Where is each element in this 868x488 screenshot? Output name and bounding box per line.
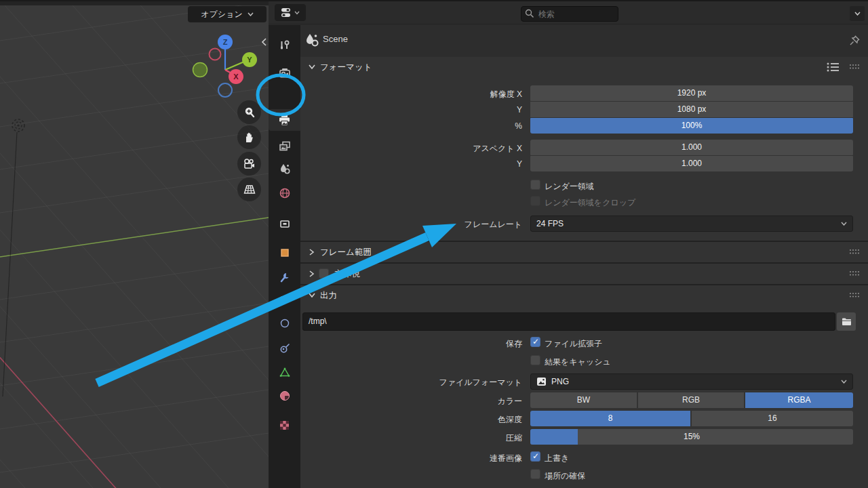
chevron-down-icon [841,222,847,226]
color-rgb-button[interactable]: RGB [638,392,744,408]
grip-icon[interactable] [849,270,861,277]
compression-label: 圧縮 [359,432,522,444]
color-rgba-button[interactable]: RGBA [745,392,853,408]
panel-format: フォーマット 解像度 X 1920 px Y 1080 px % 100% アス… [300,57,868,241]
camera-view-button[interactable] [237,152,261,176]
chevron-down-icon [308,291,316,298]
tab-render[interactable] [269,62,300,83]
navigation-gizmo[interactable]: Z Y X [188,30,262,101]
properties-editor: Scene フォーマット 解像度 X 1920 px [269,0,868,488]
texture-icon [279,420,290,431]
tab-output[interactable] [269,109,300,131]
search-input[interactable] [521,6,618,22]
color-bw-button[interactable]: BW [530,392,637,408]
depth-8-button[interactable]: 8 [530,411,690,426]
resolution-y-field[interactable]: 1080 px [530,102,853,117]
resolution-x-label: 解像度 X [359,89,522,100]
chevron-down-icon [854,12,861,16]
zoom-tool-button[interactable] [237,100,261,124]
chevron-right-icon [308,270,315,278]
file-format-dropdown[interactable]: PNG [530,373,853,390]
compression-value: 15% [530,429,853,445]
tab-scene[interactable] [269,158,300,180]
chevron-down-icon [841,380,847,384]
framerate-dropdown[interactable]: 24 FPS [530,216,853,232]
tab-modifiers[interactable] [269,266,300,288]
hand-icon [243,131,256,144]
grip-icon[interactable] [849,292,861,298]
output-title: 出力 [320,290,337,302]
light-gizmo [3,119,24,396]
tab-particles[interactable] [269,289,300,311]
panel-frame-range: フレーム範囲 [300,242,868,262]
physics-icon [279,317,291,329]
resolution-x-field[interactable]: 1920 px [530,85,853,101]
chevron-right-icon [308,248,315,256]
options-label: オプション [201,9,242,20]
cache-result-checkbox[interactable] [530,355,540,365]
blender-window: オプション Z Y X [0,0,868,488]
stereoscopy-header[interactable]: 立体視 [300,264,868,284]
tab-fluid[interactable] [269,338,300,359]
editor-type-button[interactable] [275,4,306,21]
tab-view-layer[interactable] [269,135,300,157]
file-format-value: PNG [551,377,569,386]
pin-icon[interactable] [847,33,862,48]
grip-icon[interactable] [849,64,861,70]
chevron-down-icon [308,63,316,70]
output-panel-header[interactable]: 出力 [300,285,868,306]
pan-tool-button[interactable] [237,125,261,149]
stereoscopy-checkbox[interactable] [319,268,329,279]
tab-collection[interactable] [269,212,300,234]
collection-icon [279,218,291,229]
placeholders-label: 場所の確保 [545,470,585,482]
overwrite-checkbox[interactable] [530,451,540,462]
depth-16-button[interactable]: 16 [692,411,853,426]
resolution-percent-slider[interactable]: 100% [530,118,853,134]
axis-y-line [0,218,269,257]
list-icon[interactable] [826,62,841,73]
placeholders-checkbox[interactable] [530,469,540,479]
options-dropdown-button[interactable]: オプション [188,6,267,22]
sequence-label: 連番画像 [359,453,522,464]
tab-object-data[interactable] [269,361,300,383]
gizmo-x-label: X [233,73,239,81]
tab-material[interactable] [269,385,300,407]
frame-range-header[interactable]: フレーム範囲 [300,242,868,262]
tab-object[interactable] [269,242,300,264]
gizmo-y-label: Y [247,56,252,64]
header-options-button[interactable] [850,6,865,21]
save-label: 保存 [359,338,522,350]
aspect-x-field[interactable]: 1.000 [530,140,853,155]
compression-slider[interactable]: 15% [530,429,853,445]
aspect-y-label: Y [359,159,522,169]
browse-folder-button[interactable] [837,312,856,331]
file-extension-checkbox[interactable] [530,337,540,347]
tab-physics[interactable] [269,312,300,334]
render-region-checkbox[interactable] [530,180,540,190]
gizmo-neg-x [210,49,221,60]
tool-icon [279,39,290,51]
resolution-y-label: Y [359,105,522,115]
tab-world[interactable] [269,182,300,204]
grip-icon[interactable] [849,249,861,255]
crop-region-checkbox[interactable] [530,196,540,206]
format-panel-header[interactable]: フォーマット [300,57,868,77]
fluid-icon [279,342,291,354]
grid-ortho-button[interactable] [237,178,261,201]
window-top-edge [0,0,868,1]
modifier-icon [279,271,291,283]
scene-icon [304,32,320,48]
material-icon [279,390,291,402]
tab-tool[interactable] [269,34,300,56]
tab-texture[interactable] [269,414,300,436]
gizmo-z-label: Z [223,38,228,46]
object-data-icon [279,367,291,378]
chevron-down-icon [248,12,254,16]
color-depth-label: 色深度 [359,414,522,426]
viewport-3d[interactable]: オプション Z Y X [0,0,269,488]
framerate-label: フレームレート [359,219,522,230]
breadcrumb-scene[interactable]: Scene [323,34,348,44]
output-path-field[interactable]: /tmp\ [302,312,835,331]
aspect-y-field[interactable]: 1.000 [530,156,853,171]
